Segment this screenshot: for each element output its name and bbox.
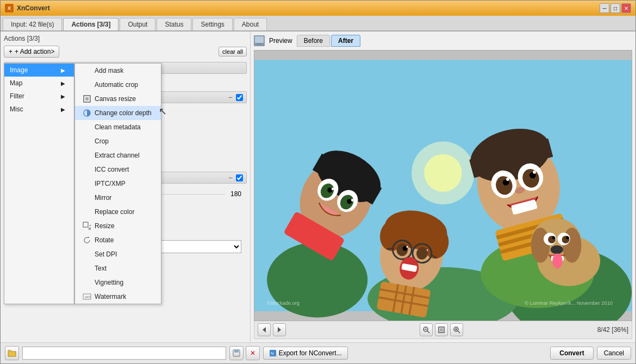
section-check-clean-metadata[interactable] <box>236 94 243 101</box>
window-title: XnConvert <box>17 4 600 12</box>
submenu-extract-channel[interactable]: Extract channel <box>75 148 161 162</box>
placeholder-icon <box>83 179 91 188</box>
tab-status[interactable]: Status <box>157 18 191 30</box>
menu-item-filter[interactable]: Filter ▶ <box>4 90 74 103</box>
preview-nav <box>258 323 286 336</box>
convert-button[interactable]: Convert <box>550 347 593 360</box>
placeholder-icon <box>83 137 91 146</box>
title-bar: X XnConvert ─ □ ✕ <box>1 1 635 16</box>
placeholder-icon <box>83 66 91 75</box>
menu-item-image[interactable]: Image ▶ <box>4 64 74 77</box>
folder-button[interactable] <box>5 346 19 360</box>
export-nconvert-button[interactable]: N Export for NConvert... <box>263 347 348 360</box>
app-icon: X <box>5 4 14 12</box>
tab-input[interactable]: Input: 42 file(s) <box>3 18 62 30</box>
category-menu: Image ▶ Map ▶ Filter ▶ Misc <box>4 63 74 304</box>
remove-clean-metadata-button[interactable]: − <box>228 93 233 101</box>
delete-button[interactable]: ✕ <box>246 346 260 360</box>
color-depth-icon <box>83 109 91 117</box>
svg-marker-88 <box>278 327 281 332</box>
export-label: Export for NConvert... <box>279 349 342 357</box>
cancel-button[interactable]: Cancel <box>597 347 631 360</box>
tab-about[interactable]: About <box>234 18 267 30</box>
submenu-resize[interactable]: Resize <box>75 219 161 233</box>
svg-rect-93 <box>440 328 443 331</box>
submenu-clean-metadata[interactable]: Clean metadata <box>75 120 161 134</box>
svg-point-10 <box>267 242 367 318</box>
submenu-watermark[interactable]: wm Watermark <box>75 290 161 304</box>
placeholder-icon <box>83 193 91 202</box>
submenu-change-color-depth[interactable]: Change color depth <box>75 106 161 120</box>
preview-image-container: © Luminar Reykjavík... November 2010 ©st… <box>254 50 632 321</box>
canvas-icon <box>83 95 91 103</box>
left-panel: Actions [3/3] + + Add action> clear all … <box>1 32 251 342</box>
preview-icon <box>254 35 265 46</box>
remove-rotate-button[interactable]: − <box>228 174 233 181</box>
section-check-rotate[interactable] <box>236 174 243 181</box>
menu-item-map[interactable]: Map ▶ <box>4 77 74 90</box>
save-button[interactable] <box>229 346 244 360</box>
submenu-vignetting[interactable]: Vignetting <box>75 275 161 290</box>
svg-rect-3 <box>83 222 88 227</box>
zoom-out-button[interactable] <box>420 323 433 336</box>
zoom-in-button[interactable] <box>450 323 463 336</box>
svg-point-84 <box>552 253 563 268</box>
svg-rect-99 <box>234 350 239 353</box>
placeholder-icon <box>83 165 91 174</box>
toolbar-row: + + Add action> clear all Image ▶ Map <box>4 46 247 58</box>
placeholder-icon <box>83 250 91 259</box>
submenu-crop[interactable]: Crop <box>75 134 161 148</box>
output-path-input[interactable] <box>22 347 226 360</box>
add-action-button[interactable]: + + Add action> <box>4 46 59 58</box>
placeholder-icon <box>83 264 91 273</box>
preview-tab-bar: Before After <box>297 35 360 47</box>
dropdown-menu: Image ▶ Map ▶ Filter ▶ Misc <box>4 63 161 304</box>
placeholder-icon <box>83 80 91 89</box>
preview-header: Preview Before After <box>254 35 632 47</box>
svg-point-80 <box>554 236 556 237</box>
svg-text:© Luminar Reykjavík... Novembe: © Luminar Reykjavík... November 2010 <box>525 300 613 306</box>
close-button[interactable]: ✕ <box>621 3 631 13</box>
tab-actions[interactable]: Actions [3/3] <box>63 18 119 30</box>
zoom-fit-button[interactable] <box>435 323 448 336</box>
submenu-replace-color[interactable]: Replace color <box>75 205 161 219</box>
preview-tab-before[interactable]: Before <box>297 35 330 47</box>
resize-icon <box>83 222 91 230</box>
next-image-button[interactable] <box>273 323 286 336</box>
main-content: Actions [3/3] + + Add action> clear all … <box>1 32 635 342</box>
submenu-arrow: ▶ <box>61 106 65 112</box>
tab-settings[interactable]: Settings <box>192 18 232 30</box>
submenu-iptc-xmp[interactable]: IPTC/XMP <box>75 177 161 191</box>
maximize-button[interactable]: □ <box>610 3 620 13</box>
submenu-set-dpi[interactable]: Set DPI <box>75 247 161 261</box>
tab-bar: Input: 42 file(s) Actions [3/3] Output S… <box>1 16 635 32</box>
submenu-automatic-crop[interactable]: Automatic crop <box>75 78 161 92</box>
submenu-canvas-resize[interactable]: Canvas resize <box>75 92 161 106</box>
submenu-rotate[interactable]: Rotate <box>75 233 161 247</box>
submenu-add-mask[interactable]: Add mask <box>75 64 161 78</box>
prev-image-button[interactable] <box>258 323 271 336</box>
preview-image: © Luminar Reykjavík... November 2010 ©st… <box>254 51 632 321</box>
menu-item-misc[interactable]: Misc ▶ <box>4 103 74 116</box>
preview-tab-after[interactable]: After <box>331 35 360 47</box>
submenu-arrow: ▶ <box>61 80 65 86</box>
tab-output[interactable]: Output <box>120 18 155 30</box>
clear-all-button[interactable]: clear all <box>219 47 247 57</box>
convert-label: Convert <box>559 349 584 357</box>
main-window: X XnConvert ─ □ ✕ Input: 42 file(s) Acti… <box>0 0 636 364</box>
add-icon: + <box>9 48 13 55</box>
svg-text:wm: wm <box>84 295 91 299</box>
submenu-mirror[interactable]: Mirror <box>75 191 161 205</box>
placeholder-icon <box>83 151 91 160</box>
preview-toolbar: 8/42 [36%] <box>254 321 632 339</box>
watermark-icon: wm <box>83 292 91 301</box>
svg-point-15 <box>424 154 462 192</box>
panel-title: Actions [3/3] <box>4 35 247 42</box>
submenu-text[interactable]: Text <box>75 261 161 275</box>
add-action-label: + Add action> <box>15 48 54 55</box>
submenu-icc-convert[interactable]: ICC convert <box>75 162 161 177</box>
image-submenu: Add mask Automatic crop Canvas resize <box>74 63 161 304</box>
minimize-button[interactable]: ─ <box>600 3 609 13</box>
action-buttons: ✕ <box>229 346 260 360</box>
svg-point-82 <box>551 245 563 254</box>
